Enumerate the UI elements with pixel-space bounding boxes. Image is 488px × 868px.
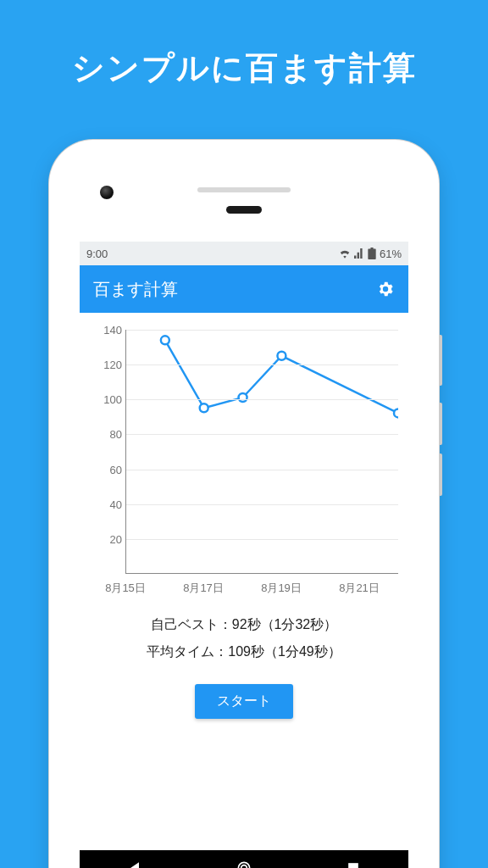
phone-volume-down <box>439 453 442 496</box>
chart-gridline <box>126 364 398 365</box>
android-navbar <box>80 850 408 868</box>
chart-x-tick: 8月21日 <box>339 581 380 596</box>
avg-score-value: 109秒（1分49秒） <box>228 644 341 659</box>
gear-icon <box>376 280 395 298</box>
chart-y-tick: 120 <box>92 359 122 371</box>
promo-headline: シンプルに百ます計算 <box>0 0 488 90</box>
chart-data-point <box>277 352 286 360</box>
nav-back[interactable] <box>126 860 143 868</box>
stats-block: 自己ベスト：92秒（1分32秒） 平均タイム：109秒（1分49秒） <box>83 611 405 665</box>
best-score-label: 自己ベスト： <box>151 617 232 632</box>
main-content: 204060801001201408月15日8月17日8月19日8月21日 自己… <box>80 313 408 850</box>
chart-x-tick: 8月15日 <box>105 581 146 596</box>
svg-rect-2 <box>348 863 358 868</box>
wifi-icon <box>339 248 351 259</box>
signal-icon <box>354 248 364 259</box>
chart-x-tick: 8月19日 <box>261 581 302 596</box>
battery-icon <box>368 248 376 259</box>
circle-home-icon <box>236 860 252 868</box>
chart-gridline <box>126 539 398 540</box>
nav-recent[interactable] <box>345 860 362 868</box>
phone-speaker-grille <box>197 187 291 192</box>
chart-gridline <box>126 434 398 435</box>
phone-screen: 9:00 61% 百ます計算 20406 <box>80 242 408 868</box>
chart-data-point <box>394 409 398 417</box>
status-right-icons: 61% <box>339 248 402 260</box>
chart-y-tick: 20 <box>92 532 122 545</box>
chart-y-tick: 140 <box>92 324 122 337</box>
phone-volume-up <box>439 403 442 445</box>
avg-score-label: 平均タイム： <box>147 644 228 659</box>
chart-data-point <box>161 336 169 344</box>
status-time: 9:00 <box>86 248 108 260</box>
triangle-back-icon <box>126 860 143 868</box>
phone-frame: 9:00 61% 百ます計算 20406 <box>49 140 439 868</box>
square-recent-icon <box>345 860 362 868</box>
chart-gridline <box>126 504 398 505</box>
chart-y-tick: 60 <box>92 463 122 476</box>
android-statusbar: 9:00 61% <box>80 242 408 265</box>
best-score-row: 自己ベスト：92秒（1分32秒） <box>83 611 405 638</box>
app-bar: 百ます計算 <box>80 265 408 313</box>
start-button[interactable]: スタート <box>195 684 293 719</box>
chart-y-tick: 100 <box>92 393 122 406</box>
avg-score-row: 平均タイム：109秒（1分49秒） <box>83 638 405 665</box>
phone-top-bezel <box>64 155 424 225</box>
app-title: 百ます計算 <box>93 278 178 301</box>
phone-camera <box>100 186 114 199</box>
chart-y-tick: 80 <box>92 428 122 441</box>
chart-data-point <box>239 393 247 402</box>
nav-home[interactable] <box>236 860 252 868</box>
score-chart: 204060801001201408月15日8月17日8月19日8月21日 <box>86 325 402 596</box>
chart-data-point <box>200 403 208 412</box>
settings-button[interactable] <box>376 280 395 298</box>
best-score-value: 92秒（1分32秒） <box>232 617 338 632</box>
chart-y-tick: 40 <box>92 498 122 510</box>
chart-gridline <box>126 470 398 470</box>
chart-gridline <box>126 330 398 331</box>
chart-x-tick: 8月17日 <box>183 581 224 596</box>
phone-power-button <box>439 335 442 386</box>
chart-gridline <box>126 399 398 400</box>
status-battery-text: 61% <box>380 248 402 260</box>
phone-earpiece <box>226 206 262 214</box>
